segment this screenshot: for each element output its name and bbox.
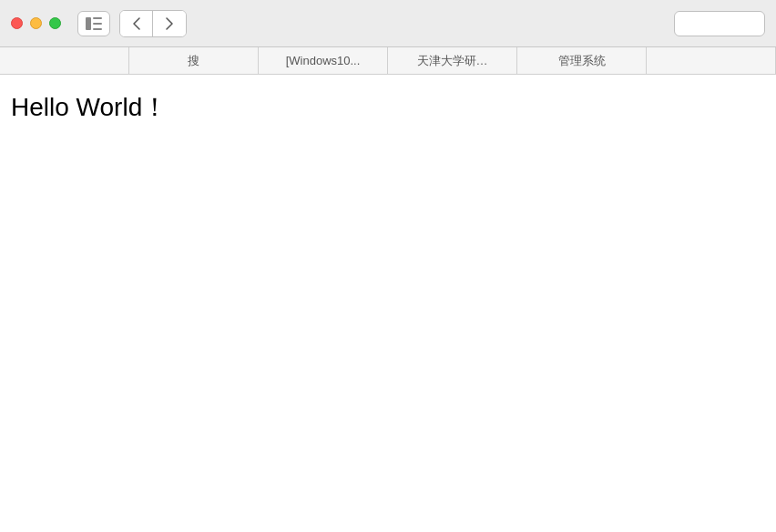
forward-icon — [166, 17, 173, 30]
main-content-text: Hello World！ — [11, 93, 168, 121]
forward-button[interactable] — [153, 11, 186, 36]
back-button[interactable] — [120, 11, 153, 36]
nav-buttons — [119, 10, 187, 37]
svg-rect-3 — [93, 28, 102, 30]
svg-rect-0 — [86, 17, 91, 30]
content-area: Hello World！ — [0, 75, 776, 139]
traffic-lights — [11, 17, 61, 29]
sidebar-toggle-button[interactable] — [77, 11, 110, 36]
tab-search[interactable]: 搜 — [129, 47, 259, 74]
svg-rect-1 — [93, 17, 102, 19]
tab-empty[interactable] — [0, 47, 129, 74]
tab-more[interactable] — [647, 47, 776, 74]
close-button[interactable] — [11, 17, 23, 29]
tab-tianjin[interactable]: 天津大学研… — [388, 47, 517, 74]
address-bar[interactable] — [674, 11, 765, 36]
tab-windows10[interactable]: [Windows10... — [259, 47, 388, 74]
minimize-button[interactable] — [30, 17, 42, 29]
maximize-button[interactable] — [49, 17, 61, 29]
sidebar-icon — [86, 17, 102, 30]
tabs-bar: 搜 [Windows10... 天津大学研… 管理系统 — [0, 47, 776, 75]
tab-manage[interactable]: 管理系统 — [517, 47, 647, 74]
back-icon — [133, 17, 140, 30]
title-bar — [0, 0, 776, 47]
svg-rect-2 — [93, 23, 102, 25]
